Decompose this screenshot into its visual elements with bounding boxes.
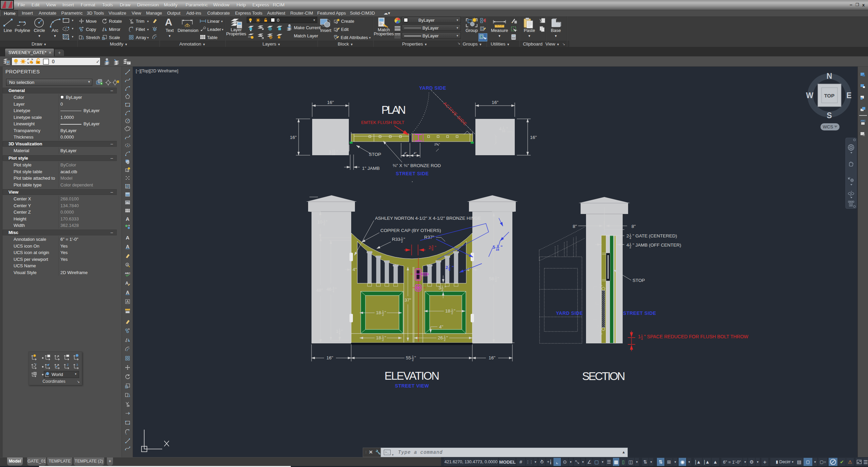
svg-text:4": 4" [439, 324, 444, 329]
svg-text:": " [454, 308, 455, 313]
svg-text:STREET VIEW: STREET VIEW [395, 383, 429, 389]
svg-text:16": 16" [327, 100, 334, 105]
svg-text:": " [384, 335, 386, 340]
svg-text:4": 4" [414, 151, 417, 155]
svg-text:2: 2 [441, 288, 443, 292]
svg-text:1: 1 [336, 329, 339, 334]
svg-text:16": 16" [489, 355, 495, 360]
svg-text:18: 18 [376, 335, 381, 340]
svg-text:1: 1 [382, 335, 384, 338]
svg-text:" SPACE REDUCED FOR FLUSH BOLT: " SPACE REDUCED FOR FLUSH BOLT THROW [644, 334, 749, 339]
svg-text:": " [326, 219, 327, 224]
svg-text:": " [446, 335, 448, 340]
svg-text:26: 26 [438, 335, 443, 340]
svg-text:4: 4 [499, 126, 502, 131]
svg-text:1: 1 [629, 233, 631, 236]
svg-text:E: E [846, 91, 851, 100]
svg-text:1: 1 [629, 242, 631, 246]
svg-text:58: 58 [489, 276, 494, 281]
svg-text:1: 1 [497, 244, 498, 248]
svg-text:" JAMB (OFF CENTER): " JAMB (OFF CENTER) [633, 243, 681, 248]
svg-text:COPPER CAP (BY OTHERS): COPPER CAP (BY OTHERS) [380, 228, 441, 233]
svg-text:2: 2 [446, 265, 448, 270]
svg-text:1: 1 [323, 219, 325, 222]
svg-text:1: 1 [495, 276, 497, 279]
svg-text:2: 2 [451, 311, 453, 315]
svg-text:2: 2 [401, 240, 403, 243]
svg-text:": " [435, 245, 436, 250]
svg-text:¾" X ¾" BRONZE ROD: ¾" X ¾" BRONZE ROD [393, 163, 441, 168]
svg-text:2: 2 [629, 246, 631, 249]
svg-text:TOP: TOP [824, 93, 835, 98]
svg-text:16": 16" [326, 355, 333, 360]
svg-text:16: 16 [502, 129, 505, 133]
svg-text:YARD SIDE: YARD SIDE [419, 85, 446, 91]
svg-text:1: 1 [412, 355, 414, 358]
svg-text:": " [501, 245, 503, 250]
svg-text:": " [336, 149, 338, 155]
svg-text:Z: Z [67, 363, 69, 366]
svg-text:3: 3 [438, 285, 441, 290]
svg-text:2: 2 [323, 222, 325, 226]
svg-text:3: 3 [432, 245, 433, 248]
svg-text:": " [414, 355, 416, 360]
svg-text:8": 8" [631, 224, 636, 229]
svg-text:ACTIVE SIDE: ACTIVE SIDE [442, 101, 468, 127]
svg-text:3: 3 [333, 286, 334, 290]
svg-text:YARD SIDE: YARD SIDE [556, 310, 583, 316]
svg-text:16": 16" [492, 100, 498, 105]
svg-text:4: 4 [339, 332, 340, 335]
svg-text:15: 15 [332, 149, 335, 152]
svg-text:[−][Top][2D Wireframe]: [−][Top][2D Wireframe] [136, 69, 178, 73]
svg-text:3: 3 [328, 149, 331, 155]
svg-text:2: 2 [444, 338, 446, 342]
svg-text:1: 1 [638, 334, 641, 339]
svg-text:4": 4" [404, 151, 407, 155]
svg-text:1: 1 [444, 335, 446, 338]
svg-text:STOP: STOP [633, 278, 645, 283]
svg-text:" GATE (CENTERED): " GATE (CENTERED) [633, 233, 677, 238]
svg-text:46: 46 [326, 287, 332, 292]
svg-text:1: 1 [441, 285, 443, 288]
svg-text:16": 16" [290, 135, 297, 140]
svg-text:2: 2 [382, 338, 384, 342]
svg-text:1: 1 [503, 126, 504, 129]
svg-text:W: W [806, 91, 813, 100]
svg-text:8": 8" [573, 224, 577, 229]
svg-text:4": 4" [467, 267, 471, 272]
svg-text:": " [403, 237, 405, 242]
svg-text:18: 18 [445, 308, 450, 313]
svg-text:N: N [827, 72, 832, 80]
svg-text:": " [497, 276, 499, 281]
svg-text:EMTEK FLUSH BOLT: EMTEK FLUSH BOLT [361, 120, 404, 125]
svg-text:": " [452, 265, 454, 270]
svg-text:1: 1 [339, 328, 340, 332]
svg-text:5: 5 [493, 245, 495, 250]
svg-text:WCS: WCS [823, 124, 833, 129]
svg-text:4: 4 [641, 337, 643, 341]
svg-text:4: 4 [333, 290, 334, 293]
svg-text:8: 8 [432, 248, 433, 251]
svg-text:": " [445, 285, 446, 290]
svg-text:1: 1 [382, 310, 384, 313]
svg-text:37": 37" [404, 298, 411, 303]
svg-text:": " [335, 287, 337, 292]
svg-text:2: 2 [626, 233, 629, 238]
svg-text:48": 48" [316, 288, 323, 293]
svg-text:x: x [36, 363, 37, 365]
svg-text:ELEVATION: ELEVATION [384, 370, 439, 382]
svg-text:PLAN: PLAN [381, 104, 406, 116]
svg-text:": " [384, 310, 386, 315]
svg-text:4: 4 [626, 243, 629, 248]
svg-text:55: 55 [406, 355, 411, 360]
svg-text:16": 16" [530, 135, 537, 140]
svg-text:16: 16 [496, 248, 499, 251]
svg-text:10: 10 [317, 219, 322, 224]
svg-text:1: 1 [451, 308, 453, 311]
svg-text:": " [341, 329, 343, 334]
svg-text:ABC: ABC [861, 120, 866, 122]
svg-text:1" JAMB: 1" JAMB [362, 166, 380, 171]
svg-text:2: 2 [429, 245, 431, 250]
svg-text:2: 2 [495, 279, 497, 283]
svg-text:4: 4 [629, 236, 631, 240]
